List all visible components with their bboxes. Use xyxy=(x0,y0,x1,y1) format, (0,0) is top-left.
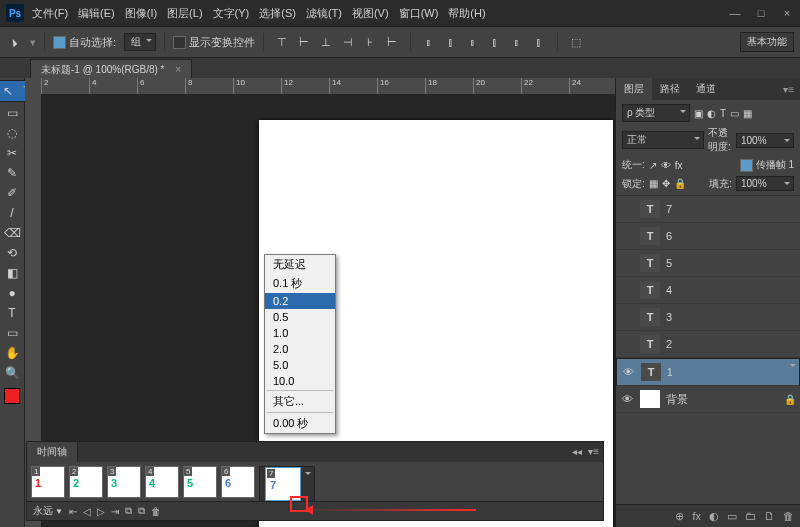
layer-row[interactable]: T7 xyxy=(616,196,800,223)
propagate-checkbox[interactable]: 传播帧 1 xyxy=(740,158,794,172)
close-tab-icon[interactable]: × xyxy=(175,64,181,75)
3d-mode-icon[interactable]: ⬚ xyxy=(566,32,586,52)
show-transform-checkbox[interactable]: 显示变换控件 xyxy=(173,35,255,50)
tool-button[interactable]: ▭ xyxy=(2,324,22,342)
align-left-icon[interactable]: ⊣ xyxy=(338,32,358,52)
delete-frame-icon[interactable]: 🗑 xyxy=(151,506,161,517)
tool-button[interactable]: ▭ xyxy=(2,104,22,122)
tool-button[interactable]: ✋ xyxy=(2,344,22,362)
visibility-toggle-icon[interactable] xyxy=(620,256,634,270)
menu-select[interactable]: 选择(S) xyxy=(259,6,296,21)
distribute-icon[interactable]: ⫿ xyxy=(441,32,461,52)
loop-dropdown[interactable]: 永远 ▼ xyxy=(33,504,63,518)
workspace-button[interactable]: 基本功能 xyxy=(740,32,794,52)
tool-button[interactable]: ✐ xyxy=(2,184,22,202)
tool-button[interactable]: 🔍 xyxy=(2,364,22,382)
tool-button[interactable]: ⌫ xyxy=(2,224,22,242)
distribute-icon[interactable]: ⫾ xyxy=(507,32,527,52)
menu-file[interactable]: 文件(F) xyxy=(32,6,68,21)
menu-help[interactable]: 帮助(H) xyxy=(448,6,485,21)
visibility-toggle-icon[interactable] xyxy=(620,202,634,216)
close-button[interactable]: × xyxy=(780,7,794,19)
filter-pixel-icon[interactable]: ▣ xyxy=(694,108,703,119)
delay-menu-other[interactable]: 其它... xyxy=(265,392,335,411)
play-icon[interactable]: ▷ xyxy=(97,506,105,517)
delay-menu-item[interactable]: 10.0 xyxy=(265,373,335,389)
layer-row[interactable]: T4 xyxy=(616,277,800,304)
collapse-icon[interactable]: ◂◂ xyxy=(572,446,582,457)
visibility-toggle-icon[interactable]: 👁 xyxy=(621,365,635,379)
panel-menu-icon[interactable]: ▾≡ xyxy=(777,82,800,97)
minimize-button[interactable]: — xyxy=(728,7,742,19)
layer-row[interactable]: T5 xyxy=(616,250,800,277)
menu-image[interactable]: 图像(I) xyxy=(125,6,157,21)
delay-menu-item[interactable]: 5.0 xyxy=(265,357,335,373)
prev-frame-icon[interactable]: ◁ xyxy=(83,506,91,517)
lock-position-icon[interactable]: ✥ xyxy=(662,178,670,189)
layer-footer-icon[interactable]: 🗑 xyxy=(783,510,794,522)
align-right-icon[interactable]: ⊢ xyxy=(382,32,402,52)
layer-footer-icon[interactable]: 🗀 xyxy=(745,510,756,522)
menu-filter[interactable]: 滤镜(T) xyxy=(306,6,342,21)
delay-menu-item[interactable]: 0.2 xyxy=(265,293,335,309)
lock-all-icon[interactable]: 🔒 xyxy=(674,178,686,189)
filter-adjust-icon[interactable]: ◐ xyxy=(707,108,716,119)
layer-row[interactable]: 👁背景🔒 xyxy=(616,386,800,413)
delay-menu-item[interactable]: 2.0 xyxy=(265,341,335,357)
first-frame-icon[interactable]: ⇤ xyxy=(69,506,77,517)
layer-row[interactable]: T3 xyxy=(616,304,800,331)
layer-row[interactable]: T6 xyxy=(616,223,800,250)
filter-shape-icon[interactable]: ▭ xyxy=(730,108,739,119)
visibility-toggle-icon[interactable] xyxy=(620,310,634,324)
unify-visibility-icon[interactable]: 👁 xyxy=(661,160,671,171)
layer-footer-icon[interactable]: ◐ xyxy=(709,510,719,523)
visibility-toggle-icon[interactable] xyxy=(620,337,634,351)
tool-button[interactable]: ⟲ xyxy=(2,244,22,262)
tab-paths[interactable]: 路径 xyxy=(652,78,688,100)
blend-mode-dropdown[interactable]: 正常 xyxy=(622,131,704,149)
layer-footer-icon[interactable]: ⊕ xyxy=(675,510,684,523)
duplicate-frame-icon[interactable]: ⧉ xyxy=(138,505,145,517)
auto-select-dropdown[interactable]: 组 xyxy=(124,33,156,51)
menu-edit[interactable]: 编辑(E) xyxy=(78,6,115,21)
unify-style-icon[interactable]: fx xyxy=(675,160,683,171)
tool-button[interactable]: ✂ xyxy=(2,144,22,162)
visibility-toggle-icon[interactable] xyxy=(620,283,634,297)
delay-menu-item[interactable]: 0.5 xyxy=(265,309,335,325)
tween-icon[interactable]: ⧉ xyxy=(125,505,132,517)
align-bottom-icon[interactable]: ⊥ xyxy=(316,32,336,52)
align-top-icon[interactable]: ⊤ xyxy=(272,32,292,52)
filter-smart-icon[interactable]: ▦ xyxy=(743,108,752,119)
tool-button[interactable]: T xyxy=(2,304,22,322)
menu-window[interactable]: 窗口(W) xyxy=(399,6,439,21)
layer-footer-icon[interactable]: fx xyxy=(692,510,701,522)
next-frame-icon[interactable]: ⇥ xyxy=(111,506,119,517)
delay-menu-item[interactable]: 0.1 秒 xyxy=(265,274,335,293)
document-tab[interactable]: 未标题-1 @ 100%(RGB/8) * × xyxy=(30,59,192,80)
delay-menu-title[interactable]: 无延迟 xyxy=(265,255,335,274)
tool-button[interactable]: ◌ xyxy=(2,124,22,142)
distribute-icon[interactable]: ⫿ xyxy=(529,32,549,52)
panel-menu-icon[interactable]: ▾≡ xyxy=(588,446,599,457)
layer-row[interactable]: T2 xyxy=(616,331,800,358)
delay-menu-current[interactable]: 0.00 秒 xyxy=(265,414,335,433)
maximize-button[interactable]: □ xyxy=(754,7,768,19)
distribute-icon[interactable]: ⫾ xyxy=(419,32,439,52)
filter-type-icon[interactable]: T xyxy=(720,108,726,119)
fill-field[interactable]: 100% xyxy=(736,176,794,191)
visibility-toggle-icon[interactable] xyxy=(620,229,634,243)
menu-type[interactable]: 文字(Y) xyxy=(213,6,250,21)
menu-layer[interactable]: 图层(L) xyxy=(167,6,202,21)
layer-row[interactable]: 👁T1 xyxy=(616,358,800,386)
visibility-toggle-icon[interactable]: 👁 xyxy=(620,392,634,406)
delay-menu-item[interactable]: 1.0 xyxy=(265,325,335,341)
foreground-color-swatch[interactable] xyxy=(4,388,20,404)
tool-button[interactable]: ◧ xyxy=(2,264,22,282)
layer-kind-dropdown[interactable]: ρ 类型 xyxy=(622,104,690,122)
distribute-icon[interactable]: ⫿ xyxy=(485,32,505,52)
menu-view[interactable]: 视图(V) xyxy=(352,6,389,21)
align-vcenter-icon[interactable]: ⊢ xyxy=(294,32,314,52)
tool-button[interactable]: ✎ xyxy=(2,164,22,182)
layer-footer-icon[interactable]: 🗋 xyxy=(764,510,775,522)
tab-timeline[interactable]: 时间轴 xyxy=(27,442,78,462)
